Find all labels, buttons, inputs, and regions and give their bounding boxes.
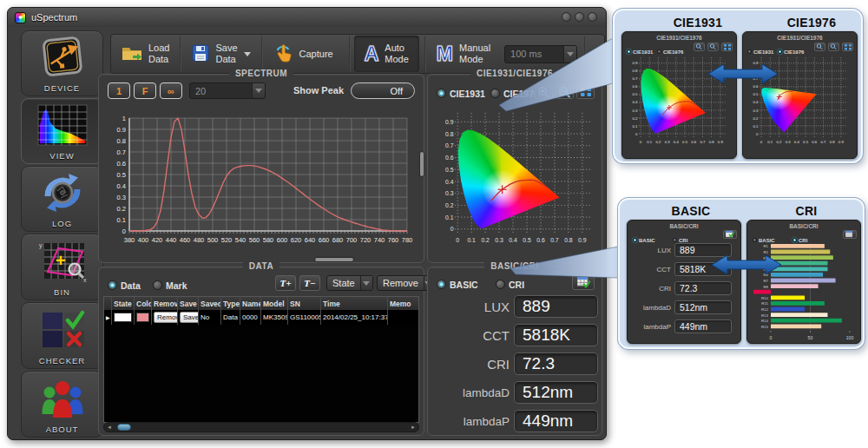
fast-measure-button[interactable]: F [134, 82, 156, 99]
table-row[interactable]: ▶ Remove Save No Data 0000 MK350S GS1100… [104, 310, 418, 325]
svg-text:440: 440 [166, 236, 177, 244]
fit-view-button[interactable] [842, 43, 853, 51]
save-dropdown-caret[interactable] [244, 52, 251, 56]
horizontal-scrollbar[interactable]: ◄ ► [103, 422, 419, 432]
continuous-measure-button[interactable]: ∞ [160, 82, 182, 99]
row-remove-button[interactable]: Remove [154, 312, 178, 323]
save-data-button[interactable]: SaveData [181, 36, 260, 72]
exposure-time-dropdown[interactable]: 100 ms [504, 45, 577, 63]
auto-mode-icon: A [365, 43, 379, 65]
state-color-swatch [114, 313, 132, 322]
text-smaller-button[interactable]: T− [299, 275, 320, 291]
zoom-out-button[interactable] [556, 84, 574, 99]
zoom-out-button[interactable] [707, 43, 719, 51]
state-dropdown[interactable]: State [326, 275, 373, 291]
table-export-icon [577, 277, 590, 288]
row-save-button[interactable]: Save [180, 312, 199, 323]
svg-text:640: 640 [305, 236, 316, 244]
title-bar[interactable]: uSpectrum [8, 8, 606, 27]
svg-text:700: 700 [346, 236, 358, 244]
zoom-out-button[interactable] [828, 43, 839, 51]
sidebar-item-device[interactable]: DEVICE [21, 30, 103, 96]
text-larger-button[interactable]: T+ [275, 275, 296, 291]
data-table: State Color Remove Save Saved Type Name … [103, 296, 419, 423]
svg-text:+: + [56, 251, 66, 270]
close-button[interactable] [588, 12, 597, 22]
app-icon [15, 12, 26, 23]
lambdad-value: 512nm [674, 300, 732, 314]
svg-text:520: 520 [221, 236, 233, 244]
lambdap-value: 449nm [674, 320, 732, 333]
svg-text:0.7: 0.7 [117, 148, 126, 156]
mark-radio[interactable]: Mark [153, 277, 187, 293]
basic-radio[interactable]: BASIC [437, 276, 478, 292]
svg-text:400: 400 [138, 236, 149, 244]
cie1976-radio[interactable]: CIE1976 [490, 85, 539, 101]
cri-value: 72.3 [514, 352, 598, 375]
export-table-button[interactable] [723, 230, 737, 239]
sidebar-item-checker[interactable]: CHECKER [21, 302, 103, 369]
window-controls [562, 12, 597, 22]
sidebar-item-about[interactable]: ABOUT [21, 371, 103, 438]
manual-mode-button[interactable]: M ManualMode [426, 36, 501, 72]
scroll-right-arrow[interactable]: ► [411, 425, 416, 430]
dropdown-arrow-icon [360, 276, 372, 290]
mini-cri-panel: BASIC/CRI BASIC CRI R1R2R3R4R5R6R7R8R9R1… [746, 220, 861, 344]
zoom-in-button[interactable] [535, 84, 553, 99]
radio-icon [490, 89, 500, 98]
lambdad-row: lambdaD 512nm [631, 300, 739, 314]
table-header-row: State Color Remove Save Saved Type Name … [104, 297, 418, 310]
svg-text:0.4: 0.4 [117, 182, 126, 190]
svg-text:0.2: 0.2 [117, 205, 126, 213]
sidebar-item-log[interactable]: LOG [21, 166, 103, 232]
horizontal-splitter-grip[interactable] [315, 258, 353, 261]
svg-text:0.9: 0.9 [117, 126, 126, 134]
fit-view-button[interactable] [721, 43, 733, 51]
minimize-button[interactable] [562, 12, 571, 22]
svg-text:R11: R11 [761, 301, 768, 306]
lux-value: 889 [514, 295, 598, 318]
remove-dropdown[interactable]: Remove [377, 275, 429, 291]
zoom-in-button[interactable] [694, 43, 705, 51]
auto-mode-button[interactable]: A AutoMode [354, 36, 419, 72]
swap-arrow-icon [710, 254, 783, 276]
table-export-icon [726, 231, 734, 238]
capture-button[interactable]: Capture [263, 36, 344, 72]
svg-text:740: 740 [374, 236, 385, 244]
vertical-splitter-grip[interactable] [420, 152, 424, 176]
single-measure-button[interactable]: 1 [108, 82, 130, 99]
magnifier-minus-icon [709, 43, 717, 50]
data-radio[interactable]: Data [108, 277, 141, 293]
scroll-left-arrow[interactable]: ◄ [107, 425, 112, 430]
row-selector: ▶ [104, 310, 112, 325]
toolbar-separator [349, 36, 351, 71]
fit-view-button[interactable] [576, 84, 595, 99]
load-data-button[interactable]: LoadData [111, 36, 180, 72]
svg-text:500: 500 [207, 236, 219, 244]
log-sync-icon [40, 167, 85, 219]
color-swatch [136, 313, 149, 322]
cct-row: CCT 5818K [433, 324, 598, 346]
sidebar-item-view[interactable]: VIEW [21, 98, 103, 164]
callout-title-cri: CRI [759, 204, 854, 218]
cie-panel-title: CIE1931/CIE1976 [470, 69, 559, 78]
sidebar-item-label: BIN [54, 287, 70, 297]
average-count-dropdown[interactable]: 20 [189, 82, 266, 99]
usb-device-icon [39, 31, 86, 83]
scrollbar-thumb[interactable] [117, 424, 131, 431]
sidebar-item-bin[interactable]: y x + BIN [21, 234, 103, 300]
export-table-button[interactable] [843, 230, 857, 239]
maximize-button[interactable] [575, 12, 584, 22]
export-table-button[interactable] [572, 274, 595, 290]
cie-panel: CIE1931/CIE1976 CIE1931 CIE1976 000.10.1… [427, 74, 602, 263]
svg-text:1: 1 [122, 115, 126, 122]
cri-value: 72.3 [674, 281, 732, 295]
radio-icon [437, 280, 446, 289]
zoom-in-button[interactable] [814, 43, 825, 51]
show-peak-toggle[interactable]: Off [351, 82, 415, 99]
magnifier-minus-icon [558, 86, 572, 98]
cie1931-radio[interactable]: CIE1931 [437, 85, 485, 101]
svg-text:R13: R13 [761, 313, 769, 318]
svg-text:760: 760 [388, 236, 399, 244]
cri-radio[interactable]: CRI [496, 276, 524, 292]
